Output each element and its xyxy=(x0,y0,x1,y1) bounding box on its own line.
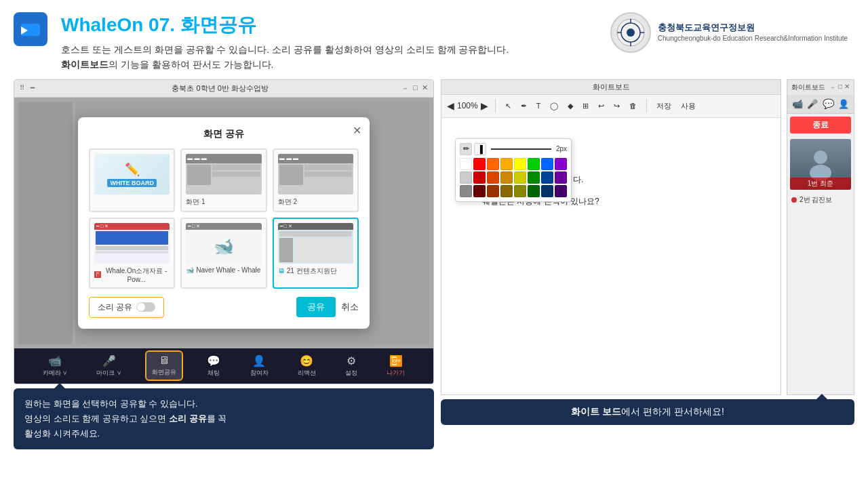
cp-color-olive[interactable] xyxy=(514,171,526,184)
screen2-label: 화면 2 xyxy=(278,197,353,207)
dialog-close-button[interactable]: ✕ xyxy=(353,124,361,137)
wb-select-tool[interactable]: ↖ xyxy=(502,100,514,112)
zoom-in-button[interactable]: ▶ xyxy=(481,100,488,111)
cp-color-blue[interactable] xyxy=(541,158,553,170)
cp-color-lightgray[interactable] xyxy=(460,171,472,184)
wb-grid-tool[interactable]: ⊞ xyxy=(580,100,591,112)
sound-share-toggle[interactable] xyxy=(136,302,155,312)
cp-color-darkorange[interactable] xyxy=(487,171,499,184)
close-button[interactable]: ✕ xyxy=(422,83,428,94)
side-panel-titlebar: 화이트보드 － □ ✕ xyxy=(787,80,854,95)
participant-item-2[interactable]: 2번 김진보 xyxy=(787,192,854,207)
toolbar-leave[interactable]: 📴 나가기 xyxy=(381,352,410,380)
wb-delete-button[interactable]: 🗑 xyxy=(627,100,639,111)
left-panel: ⠿ ━ 충북초 0학년 0반 화상수업방 － □ ✕ xyxy=(14,79,434,425)
print-label: 사용 xyxy=(681,101,696,111)
side-panel-controls: － □ ✕ xyxy=(829,83,850,92)
share-button[interactable]: 공유 xyxy=(296,297,336,317)
subtitle: 호스트 또는 게스트의 화면을 공유할 수 있습니다. 소리 공유를 활성화하여… xyxy=(61,42,610,73)
toolbar-settings[interactable]: ⚙ 설정 xyxy=(340,352,363,380)
toolbar-screenshare[interactable]: 🖥 화면공유 xyxy=(145,350,183,381)
cp-color-darkpurple[interactable] xyxy=(555,171,567,184)
cp-color-purple[interactable] xyxy=(555,158,567,170)
toolbar-participants[interactable]: 👤 참여자 xyxy=(245,352,274,380)
cp-color-red[interactable] xyxy=(473,158,486,170)
cp-color-maroon[interactable] xyxy=(473,185,486,197)
toolbar-reaction-label: 리액션 xyxy=(298,369,316,378)
mic-side-icon[interactable]: 🎤 xyxy=(807,99,818,109)
cp-color-gold[interactable] xyxy=(500,171,513,184)
toolbar-leave-label: 나가기 xyxy=(387,369,405,378)
side-panel-toolbar: 📹 🎤 💬 👤 xyxy=(787,95,854,114)
toolbar-mic-label: 마이크 ∨ xyxy=(96,369,121,378)
maximize-side-icon[interactable]: □ xyxy=(838,83,842,92)
chat-icon: 💬 xyxy=(207,354,220,367)
wb-canvas[interactable]: ✏ ▐ 2px xyxy=(441,118,781,335)
cp-color-deepgreen[interactable] xyxy=(528,185,540,197)
toolbar-chat[interactable]: 💬 채팅 xyxy=(201,352,226,380)
cp-color-darkred[interactable] xyxy=(473,171,486,184)
cp-color-yellow[interactable] xyxy=(514,158,526,170)
screenshare-icon: 🖥 xyxy=(159,354,170,367)
cp-highlight-tool[interactable]: ▐ xyxy=(474,143,486,155)
participants-list: 1번 최준 2번 김진보 xyxy=(787,136,854,394)
redo-icon: ↪ xyxy=(614,102,620,110)
sound-share-control: 소리 공유 xyxy=(89,297,164,318)
cp-color-gray[interactable] xyxy=(460,185,472,197)
end-call-button[interactable]: 종료 xyxy=(790,117,851,134)
side-panel-title: 화이트보드 xyxy=(791,83,825,92)
cp-color-indigo[interactable] xyxy=(555,185,567,197)
wb-undo-button[interactable]: ↩ xyxy=(595,100,607,112)
person-side-icon[interactable]: 👤 xyxy=(838,99,849,109)
share-item-whiteboard[interactable]: ✏️ WHITE BOARD xyxy=(89,148,175,212)
wb-pen-tool[interactable]: ✒ xyxy=(518,100,530,112)
toolbar-mic[interactable]: 🎤 마이크 ∨ xyxy=(91,352,127,380)
delete-icon: 🗑 xyxy=(629,102,637,110)
cp-color-white[interactable] xyxy=(460,158,472,170)
reaction-icon: 😊 xyxy=(300,354,313,367)
title-whaleon: WhaleOn xyxy=(61,14,143,35)
toolbar-camera[interactable]: 📹 카메라 ∨ xyxy=(37,352,73,380)
grid-icon: ⠿ xyxy=(20,84,28,92)
wb-text-tool[interactable]: T xyxy=(534,100,544,111)
cp-color-darkgreen[interactable] xyxy=(528,171,540,184)
wb-fill-tool[interactable]: ◆ xyxy=(565,100,576,112)
wb-save-button[interactable]: 저장 xyxy=(654,100,674,113)
toolbar-reaction[interactable]: 😊 리액션 xyxy=(292,352,321,380)
share-item-screen2[interactable]: ▬ ▬ ▬ xyxy=(273,148,359,212)
cp-color-darkgold[interactable] xyxy=(500,185,513,197)
shape-icon: ◯ xyxy=(550,102,558,110)
cp-color-brown[interactable] xyxy=(487,185,499,197)
cancel-button[interactable]: 취소 xyxy=(341,301,359,313)
page-title: WhaleOn 07. 화면공유 xyxy=(61,12,610,38)
cp-pencil-tool[interactable]: ✏ xyxy=(460,143,472,155)
maximize-button[interactable]: □ xyxy=(413,83,418,94)
browser-label: 🐋 Naver Whale - Whale xyxy=(186,266,261,274)
minimize-button[interactable]: － xyxy=(401,83,409,94)
share-item-window3[interactable]: ━ □ ✕ xyxy=(273,218,359,289)
toolbar-divider1 xyxy=(495,99,496,113)
wb-print-button[interactable]: 사용 xyxy=(678,100,698,113)
minimize-side-icon[interactable]: － xyxy=(829,83,836,92)
share-item-screen1[interactable]: ▬ ▬ ▬ xyxy=(180,148,267,212)
camera-side-icon[interactable]: 📹 xyxy=(792,99,803,109)
wb-redo-button[interactable]: ↪ xyxy=(611,100,623,112)
cp-color-darkblue[interactable] xyxy=(541,171,553,184)
whiteboard-container: 화이트보드 ◀ 100% ▶ ↖ ✒ xyxy=(441,79,854,395)
fill-icon: ◆ xyxy=(568,102,573,110)
wb-shape-tool[interactable]: ◯ xyxy=(547,100,561,112)
titlebar-right: － □ ✕ xyxy=(401,83,428,94)
cp-color-amber[interactable] xyxy=(500,158,513,170)
share-item-browser[interactable]: ━ □ ✕ 🐋 🐋 Naver Whale - Whale xyxy=(180,218,267,289)
cp-color-navy[interactable] xyxy=(541,185,553,197)
cp-color-orange[interactable] xyxy=(487,158,499,170)
ppt-label: 🅿 Whale.On소개자료 - Pow... xyxy=(94,266,170,283)
cp-color-darkolive[interactable] xyxy=(514,185,526,197)
cp-color-green[interactable] xyxy=(528,158,540,170)
zoom-out-button[interactable]: ◀ xyxy=(447,100,454,111)
share-item-ppt[interactable]: ━ □ ✕ 🅿 Whale.On소 xyxy=(89,218,175,289)
participant-indicator xyxy=(791,197,797,203)
save-label: 저장 xyxy=(656,101,671,111)
close-side-icon[interactable]: ✕ xyxy=(844,83,850,92)
chat-side-icon[interactable]: 💬 xyxy=(823,98,834,109)
